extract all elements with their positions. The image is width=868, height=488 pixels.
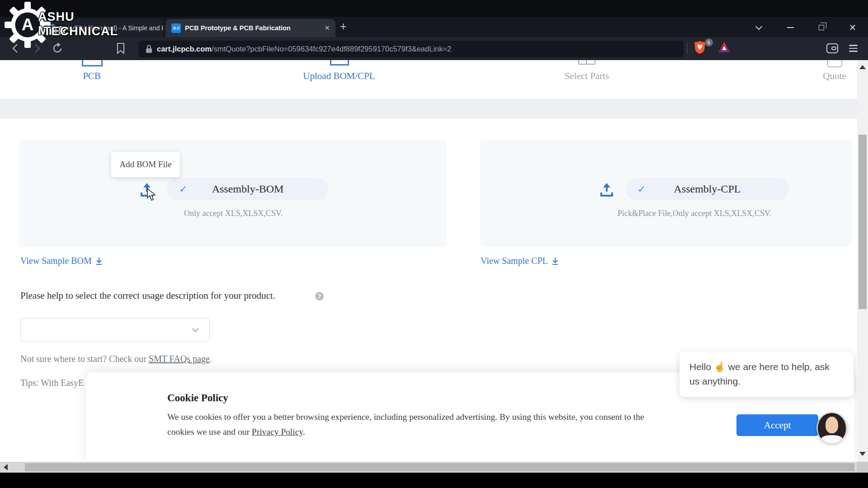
view-sample-bom-label: View Sample BOM xyxy=(20,256,92,266)
lock-icon xyxy=(146,45,152,53)
download-icon xyxy=(552,257,559,265)
scroll-left-icon[interactable] xyxy=(4,464,8,470)
window-close-button[interactable]: ✕ xyxy=(847,22,859,33)
faq-period: . xyxy=(210,354,212,364)
mouse-cursor xyxy=(146,188,158,202)
tab-jlcpcb[interactable]: JLC PCB Prototype & PCB Fabrication ✕ xyxy=(165,19,335,37)
menu-icon[interactable] xyxy=(849,43,858,54)
usage-select[interactable] xyxy=(20,318,210,342)
download-icon xyxy=(95,257,103,265)
step-upload-bom-cpl[interactable]: Upload BOM/CPL xyxy=(271,70,407,84)
bom-check-icon: ✓ xyxy=(179,183,187,195)
url-domain: cart.jlcpcb.com xyxy=(157,45,212,53)
add-bom-tooltip: Add BOM File xyxy=(111,152,180,177)
tab-jlcpcb-title: PCB Prototype & PCB Fabrication xyxy=(185,24,291,32)
chat-text: us anything. xyxy=(689,376,741,386)
scroll-up-icon[interactable] xyxy=(859,65,866,69)
tab-search-icon[interactable] xyxy=(753,22,764,33)
usage-prompt: Please help to select the correct usage … xyxy=(20,290,275,301)
brave-shield-icon[interactable] xyxy=(693,41,706,54)
cookie-body-line2: cookies we use and our Privacy Policy. xyxy=(167,427,305,437)
bom-file-name: Assembly-BOM xyxy=(212,183,284,195)
watermark-logo: A ASHU MHR TECHNICAL xyxy=(5,2,51,50)
cpl-upload-icon[interactable] xyxy=(599,183,614,198)
faq-line: Not sure where to start? Check our SMT F… xyxy=(20,354,212,364)
cookie-period: . xyxy=(303,427,305,436)
tab-close-icon[interactable]: ✕ xyxy=(324,24,330,32)
cpl-file-name: Assembly-CPL xyxy=(674,183,741,195)
step-upload-icon xyxy=(330,60,349,66)
bom-file-pill[interactable]: ✓ Assembly-BOM xyxy=(167,178,328,200)
new-tab-button[interactable]: + xyxy=(340,21,347,32)
scroll-down-icon[interactable] xyxy=(859,452,866,456)
sidebar-wallet-icon[interactable] xyxy=(826,43,838,53)
faq-text: Not sure where to start? Check our xyxy=(20,354,149,364)
avatar-face xyxy=(826,417,839,433)
chat-bubble[interactable]: Hello ☝ we are here to help, ask us anyt… xyxy=(679,352,854,397)
chevron-down-icon xyxy=(192,326,198,332)
step-parts-icon xyxy=(578,60,595,65)
step-select-parts: Select Parts xyxy=(542,70,632,84)
step-quote: Quote xyxy=(803,70,866,84)
step-icons-clipped xyxy=(0,60,857,70)
step-pcb[interactable]: PCB xyxy=(65,70,119,84)
chat-text: we are here to help, ask xyxy=(726,361,830,372)
cookie-body-text: cookies we use and our xyxy=(167,427,252,436)
wave-hand-icon: ☝ xyxy=(714,361,726,372)
step-pcb-icon xyxy=(82,60,103,66)
accept-button[interactable]: Accept xyxy=(736,414,818,436)
horizontal-scrollbar-thumb[interactable] xyxy=(25,463,854,471)
jlcpcb-favicon: JLC xyxy=(171,23,181,33)
cpl-hint: Pick&Place File,Only accept XLS,XLSX,CSV… xyxy=(572,209,816,218)
smt-faqs-link[interactable]: SMT FAQs page xyxy=(149,354,210,364)
bom-hint: Only accept XLS,XLSX,CSV. xyxy=(111,209,355,218)
shield-count-badge: 6 xyxy=(705,38,713,47)
cpl-file-pill[interactable]: ✓ Assembly-CPL xyxy=(626,178,789,200)
address-bar[interactable]: cart.jlcpcb.com/smtQuote?pcbFileNo=05963… xyxy=(138,41,684,57)
chat-agent-avatar[interactable] xyxy=(816,413,847,443)
privacy-policy-link[interactable]: Privacy Policy xyxy=(252,427,303,436)
cpl-check-icon: ✓ xyxy=(637,183,646,195)
minimize-button[interactable] xyxy=(784,22,796,33)
restore-button[interactable] xyxy=(816,22,827,33)
bookmark-icon[interactable] xyxy=(116,42,126,54)
browser-window: EasyEDA(Standard) - A Simple and Pow JLC… xyxy=(0,0,868,488)
view-sample-cpl-link[interactable]: View Sample CPL xyxy=(481,256,559,266)
reload-icon[interactable] xyxy=(52,42,63,54)
letterbox-bottom xyxy=(0,473,868,488)
gear-letter: A xyxy=(22,15,34,34)
vertical-scrollbar-thumb[interactable] xyxy=(859,135,867,309)
cookie-body-line1: We use cookies to offer you a better bro… xyxy=(167,412,644,422)
tab-bar: EasyEDA(Standard) - A Simple and Pow JLC… xyxy=(0,17,868,37)
chat-text: Hello xyxy=(689,361,714,372)
window-title-strip xyxy=(0,0,868,17)
toolbar-divider xyxy=(687,43,688,55)
help-icon[interactable]: ? xyxy=(315,292,324,300)
tips-text: Tips: With EasyE xyxy=(20,378,84,388)
watermark-line2: TECHNICAL xyxy=(43,24,118,38)
view-sample-bom-link[interactable]: View Sample BOM xyxy=(20,256,103,266)
brave-rewards-icon[interactable] xyxy=(718,42,731,53)
section-divider-band xyxy=(0,99,857,119)
scrollbar-corner xyxy=(857,462,868,473)
step-quote-icon xyxy=(827,60,842,67)
cookie-title: Cookie Policy xyxy=(167,392,228,404)
url-path: /smtQuote?pcbFileNo=059634fc927e4df889f2… xyxy=(212,45,451,53)
view-sample-cpl-label: View Sample CPL xyxy=(481,256,548,266)
